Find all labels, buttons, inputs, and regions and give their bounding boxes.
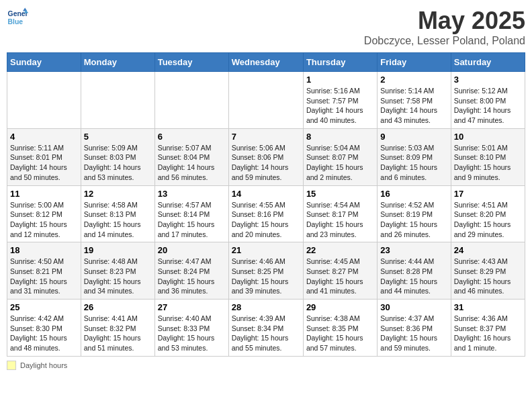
date-number: 16 [380,189,447,199]
svg-text:Blue: Blue [8,18,24,26]
cell-content: Sunrise: 4:38 AM Sunset: 8:35 PM Dayligh… [306,314,374,353]
header: General Blue May 2025 Dobczyce, Lesser P… [7,7,525,47]
table-row: 10Sunrise: 5:01 AM Sunset: 8:10 PM Dayli… [451,128,525,185]
calendar-table: SundayMondayTuesdayWednesdayThursdayFrid… [7,52,525,357]
table-row: 4Sunrise: 5:11 AM Sunset: 8:01 PM Daylig… [7,128,81,185]
table-row: 19Sunrise: 4:48 AM Sunset: 8:23 PM Dayli… [81,242,154,300]
cell-content: Sunrise: 4:39 AM Sunset: 8:34 PM Dayligh… [232,314,300,353]
table-row: 31Sunrise: 4:36 AM Sunset: 8:37 PM Dayli… [451,300,525,357]
cell-content: Sunrise: 4:51 AM Sunset: 8:20 PM Dayligh… [454,200,522,240]
cell-content: Sunrise: 5:07 AM Sunset: 8:04 PM Dayligh… [158,143,226,183]
cell-content: Sunrise: 4:40 AM Sunset: 8:33 PM Dayligh… [158,314,226,353]
table-row [228,72,303,129]
logo-icon: General Blue [7,7,28,28]
date-number: 24 [454,245,522,255]
cell-content: Sunrise: 4:42 AM Sunset: 8:30 PM Dayligh… [10,314,78,353]
date-number: 21 [232,245,300,255]
date-number: 18 [10,245,78,255]
date-number: 9 [380,132,447,142]
cell-content: Sunrise: 5:14 AM Sunset: 7:58 PM Dayligh… [380,86,447,126]
table-row: 22Sunrise: 4:45 AM Sunset: 8:27 PM Dayli… [303,242,377,300]
table-row [7,72,81,129]
date-number: 17 [454,189,522,199]
date-number: 6 [158,132,226,142]
date-number: 28 [232,302,300,312]
cell-content: Sunrise: 4:45 AM Sunset: 8:27 PM Dayligh… [306,257,374,296]
cell-content: Sunrise: 5:06 AM Sunset: 8:06 PM Dayligh… [232,143,300,183]
cell-content: Sunrise: 4:55 AM Sunset: 8:16 PM Dayligh… [232,200,300,240]
cell-content: Sunrise: 5:16 AM Sunset: 7:57 PM Dayligh… [306,86,374,126]
table-row: 3Sunrise: 5:12 AM Sunset: 8:00 PM Daylig… [451,72,525,129]
date-number: 20 [158,245,226,255]
day-header-saturday: Saturday [451,53,525,72]
table-row: 15Sunrise: 4:54 AM Sunset: 8:17 PM Dayli… [303,185,377,242]
table-row: 29Sunrise: 4:38 AM Sunset: 8:35 PM Dayli… [303,300,377,357]
table-row: 16Sunrise: 4:52 AM Sunset: 8:19 PM Dayli… [378,185,451,242]
title-area: May 2025 Dobczyce, Lesser Poland, Poland [364,7,525,47]
date-number: 30 [380,302,447,312]
table-row: 17Sunrise: 4:51 AM Sunset: 8:20 PM Dayli… [451,185,525,242]
day-header-monday: Monday [81,53,154,72]
cell-content: Sunrise: 5:11 AM Sunset: 8:01 PM Dayligh… [10,143,78,183]
cell-content: Sunrise: 5:01 AM Sunset: 8:10 PM Dayligh… [454,143,522,183]
cell-content: Sunrise: 4:54 AM Sunset: 8:17 PM Dayligh… [306,200,374,240]
cell-content: Sunrise: 4:43 AM Sunset: 8:29 PM Dayligh… [454,257,522,296]
date-number: 15 [306,189,374,199]
table-row: 25Sunrise: 4:42 AM Sunset: 8:30 PM Dayli… [7,300,81,357]
date-number: 10 [454,132,522,142]
cell-content: Sunrise: 4:58 AM Sunset: 8:13 PM Dayligh… [84,200,152,240]
cell-content: Sunrise: 5:00 AM Sunset: 8:12 PM Dayligh… [10,200,78,240]
cell-content: Sunrise: 4:37 AM Sunset: 8:36 PM Dayligh… [380,314,447,353]
date-number: 22 [306,245,374,255]
cell-content: Sunrise: 4:36 AM Sunset: 8:37 PM Dayligh… [454,314,522,353]
cell-content: Sunrise: 5:12 AM Sunset: 8:00 PM Dayligh… [454,86,522,126]
date-number: 31 [454,302,522,312]
cell-content: Sunrise: 5:09 AM Sunset: 8:03 PM Dayligh… [84,143,152,183]
date-number: 13 [158,189,226,199]
table-row [154,72,228,129]
logo: General Blue [7,7,28,28]
daylight-label: Daylight hours [20,361,67,369]
day-header-thursday: Thursday [303,53,377,72]
cell-content: Sunrise: 4:50 AM Sunset: 8:21 PM Dayligh… [10,257,78,296]
table-row: 18Sunrise: 4:50 AM Sunset: 8:21 PM Dayli… [7,242,81,300]
date-number: 1 [306,75,374,85]
date-number: 4 [10,132,78,142]
table-row: 24Sunrise: 4:43 AM Sunset: 8:29 PM Dayli… [451,242,525,300]
table-row: 26Sunrise: 4:41 AM Sunset: 8:32 PM Dayli… [81,300,154,357]
table-row: 27Sunrise: 4:40 AM Sunset: 8:33 PM Dayli… [154,300,228,357]
svg-marker-2 [23,8,27,11]
table-row: 28Sunrise: 4:39 AM Sunset: 8:34 PM Dayli… [228,300,303,357]
table-row: 13Sunrise: 4:57 AM Sunset: 8:14 PM Dayli… [154,185,228,242]
date-number: 23 [380,245,447,255]
table-row: 5Sunrise: 5:09 AM Sunset: 8:03 PM Daylig… [81,128,154,185]
date-number: 7 [232,132,300,142]
table-row: 9Sunrise: 5:03 AM Sunset: 8:09 PM Daylig… [378,128,451,185]
table-row: 14Sunrise: 4:55 AM Sunset: 8:16 PM Dayli… [228,185,303,242]
page-title: May 2025 [364,7,525,35]
page-subtitle: Dobczyce, Lesser Poland, Poland [364,35,525,47]
date-number: 25 [10,302,78,312]
table-row [81,72,154,129]
date-number: 12 [84,189,152,199]
cell-content: Sunrise: 4:48 AM Sunset: 8:23 PM Dayligh… [84,257,152,296]
daylight-box [7,361,16,370]
date-number: 8 [306,132,374,142]
day-header-wednesday: Wednesday [228,53,303,72]
cell-content: Sunrise: 4:44 AM Sunset: 8:28 PM Dayligh… [380,257,447,296]
table-row: 7Sunrise: 5:06 AM Sunset: 8:06 PM Daylig… [228,128,303,185]
table-row: 8Sunrise: 5:04 AM Sunset: 8:07 PM Daylig… [303,128,377,185]
date-number: 29 [306,302,374,312]
table-row: 30Sunrise: 4:37 AM Sunset: 8:36 PM Dayli… [378,300,451,357]
date-number: 2 [380,75,447,85]
day-header-sunday: Sunday [7,53,81,72]
cell-content: Sunrise: 4:52 AM Sunset: 8:19 PM Dayligh… [380,200,447,240]
date-number: 14 [232,189,300,199]
day-header-tuesday: Tuesday [154,53,228,72]
cell-content: Sunrise: 4:41 AM Sunset: 8:32 PM Dayligh… [84,314,152,353]
cell-content: Sunrise: 4:46 AM Sunset: 8:25 PM Dayligh… [232,257,300,296]
table-row: 2Sunrise: 5:14 AM Sunset: 7:58 PM Daylig… [378,72,451,129]
cell-content: Sunrise: 5:03 AM Sunset: 8:09 PM Dayligh… [380,143,447,183]
cell-content: Sunrise: 4:57 AM Sunset: 8:14 PM Dayligh… [158,200,226,240]
date-number: 19 [84,245,152,255]
